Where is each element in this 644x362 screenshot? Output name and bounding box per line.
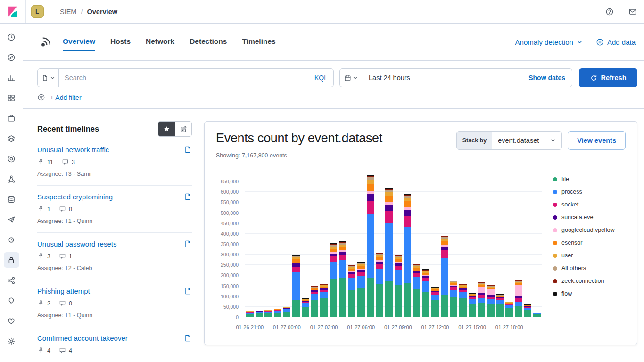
- stacked-bar[interactable]: [441, 236, 448, 317]
- legend-item[interactable]: esensor: [553, 239, 626, 246]
- anomaly-detection-menu[interactable]: Anomaly detection: [515, 38, 583, 46]
- stacked-bar[interactable]: [469, 293, 476, 317]
- sidebar-item-maps[interactable]: [4, 131, 19, 146]
- legend-item[interactable]: socket: [553, 201, 626, 208]
- stacked-bar[interactable]: [283, 307, 291, 317]
- legend-item[interactable]: user: [553, 252, 626, 259]
- sidebar-item-visualize[interactable]: [4, 70, 19, 85]
- sidebar-item-dashboard[interactable]: [4, 90, 19, 106]
- stacked-bar[interactable]: [404, 194, 411, 317]
- y-tick-label: 200,000: [221, 272, 239, 278]
- sidebar-item-observability[interactable]: [4, 313, 19, 329]
- stacked-bar[interactable]: [256, 311, 263, 317]
- stacked-bar[interactable]: [339, 241, 347, 317]
- open-as-notes-icon[interactable]: [184, 193, 192, 201]
- sidebar-item-dev-tools[interactable]: [4, 272, 19, 288]
- stacked-bar[interactable]: [487, 285, 495, 317]
- legend-item[interactable]: suricata.eve: [553, 214, 626, 221]
- legend-item[interactable]: All others: [553, 265, 626, 272]
- time-range-value[interactable]: Last 24 hours: [369, 74, 410, 82]
- sidebar-item-graph[interactable]: [4, 171, 19, 187]
- timeline-title-link[interactable]: Unusual network traffic: [37, 146, 109, 154]
- timeline-title-link[interactable]: Suspected cryptomining: [37, 193, 113, 201]
- timeline-title-link[interactable]: Phishing attempt: [37, 287, 90, 295]
- stacked-bar[interactable]: [496, 294, 504, 317]
- legend-item[interactable]: flow: [553, 290, 626, 297]
- sidebar-item-siem[interactable]: [4, 252, 19, 268]
- refresh-button[interactable]: Refresh: [579, 68, 637, 87]
- stacked-bar[interactable]: [413, 264, 421, 317]
- saved-query-menu-button[interactable]: [37, 68, 59, 87]
- sidebar-item-canvas[interactable]: [4, 110, 19, 126]
- show-dates-button[interactable]: Show dates: [525, 74, 569, 82]
- help-button[interactable]: [598, 0, 621, 23]
- stack-by-select[interactable]: event.dataset: [492, 132, 561, 149]
- date-range-display[interactable]: Last 24 hours Show dates: [362, 68, 572, 87]
- stacked-bar[interactable]: [348, 265, 355, 317]
- stacked-bar[interactable]: [274, 309, 281, 317]
- add-data-button[interactable]: Add data: [596, 38, 636, 46]
- timeline-title-link[interactable]: Comfirmed account takeover: [37, 334, 128, 342]
- bar-segment: [320, 292, 328, 298]
- date-quick-menu-button[interactable]: [339, 68, 362, 87]
- search-input[interactable]: [65, 74, 310, 82]
- stacked-bar[interactable]: [330, 243, 337, 317]
- newsfeed-button[interactable]: [621, 0, 644, 23]
- stacked-bar[interactable]: [367, 175, 374, 317]
- legend-item[interactable]: process: [553, 189, 626, 195]
- legend-item[interactable]: googlecloud.vpcflow: [553, 227, 626, 233]
- stacked-bar[interactable]: [395, 255, 402, 317]
- tab-timelines[interactable]: Timelines: [242, 33, 275, 51]
- kql-button[interactable]: KQL: [314, 74, 328, 82]
- stacked-bar[interactable]: [357, 262, 365, 317]
- open-as-notes-icon[interactable]: [184, 287, 192, 295]
- stacked-bar[interactable]: [302, 298, 309, 317]
- sidebar-item-stack-monitoring[interactable]: [4, 293, 19, 308]
- sidebar-item-uptime[interactable]: [4, 232, 19, 247]
- stacked-bar[interactable]: [246, 311, 254, 317]
- stacked-bar[interactable]: [515, 280, 522, 317]
- legend-item[interactable]: zeek.connection: [553, 278, 626, 284]
- stacked-bar[interactable]: [311, 286, 319, 317]
- breadcrumb-app[interactable]: SIEM: [60, 8, 76, 16]
- stacked-bar[interactable]: [524, 304, 532, 317]
- stacked-bar[interactable]: [533, 313, 541, 317]
- sidebar-item-metrics[interactable]: [4, 191, 19, 207]
- stacked-bar[interactable]: [422, 269, 429, 317]
- tab-overview[interactable]: Overview: [63, 33, 95, 51]
- timeline-title-link[interactable]: Unusual password resets: [37, 240, 116, 248]
- comment-icon: [59, 206, 66, 213]
- view-events-button[interactable]: View events: [568, 131, 626, 150]
- sidebar-item-management[interactable]: [4, 333, 19, 349]
- stacked-bar[interactable]: [385, 188, 393, 317]
- stacked-bar[interactable]: [376, 253, 383, 317]
- legend-dot-icon: [553, 241, 557, 245]
- favorites-filter-button[interactable]: [158, 122, 175, 136]
- edit-timeline-button[interactable]: [175, 122, 191, 136]
- legend-label: All others: [561, 265, 586, 272]
- bar-segment: [422, 292, 429, 317]
- tab-detections[interactable]: Detections: [190, 33, 227, 51]
- stacked-bar[interactable]: [505, 302, 513, 317]
- open-as-notes-icon[interactable]: [184, 334, 192, 342]
- stacked-bar[interactable]: [431, 287, 439, 317]
- open-as-notes-icon[interactable]: [184, 240, 192, 248]
- tab-hosts[interactable]: Hosts: [110, 33, 131, 51]
- open-as-notes-icon[interactable]: [184, 146, 192, 154]
- stacked-bar[interactable]: [320, 284, 328, 317]
- stacked-bar[interactable]: [264, 310, 272, 317]
- sidebar-item-discover[interactable]: [4, 49, 19, 65]
- legend-item[interactable]: file: [553, 176, 626, 182]
- sidebar-item-recently-viewed[interactable]: [4, 29, 19, 45]
- stacked-bar[interactable]: [450, 281, 457, 317]
- add-filter-button[interactable]: + Add filter: [50, 94, 82, 101]
- sidebar-item-logs[interactable]: [4, 212, 19, 227]
- sidebar-item-machine-learning[interactable]: [4, 151, 19, 166]
- space-avatar[interactable]: L: [31, 5, 44, 18]
- kibana-logo[interactable]: [0, 0, 25, 23]
- stacked-bar[interactable]: [292, 255, 300, 317]
- stacked-bar[interactable]: [478, 282, 485, 317]
- pin-count: 3: [47, 253, 50, 260]
- tab-network[interactable]: Network: [146, 33, 174, 51]
- stacked-bar[interactable]: [459, 284, 467, 317]
